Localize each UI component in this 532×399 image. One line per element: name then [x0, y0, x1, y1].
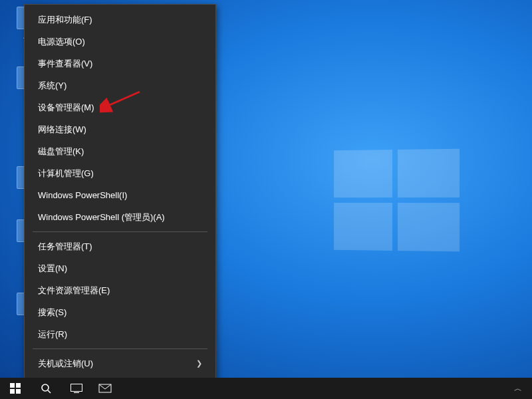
start-button[interactable]: [0, 378, 31, 399]
menu-event-viewer[interactable]: 事件查看器(V): [25, 53, 215, 74]
taskbar: ︿: [0, 378, 532, 399]
menu-file-explorer[interactable]: 文件资源管理器(E): [25, 279, 215, 301]
task-view-icon: [70, 384, 82, 393]
menu-item-label: 任务管理器(T): [38, 235, 92, 257]
desktop[interactable]: Adn 控 应用和功能(F) 电源选项(O) 事件查看器(V) 系统(Y) 设备…: [0, 0, 532, 399]
menu-item-label: 计算机管理(G): [38, 162, 94, 184]
menu-item-label: Windows PowerShell (管理员)(A): [38, 206, 165, 228]
task-view-button[interactable]: [61, 378, 92, 399]
menu-computer-management[interactable]: 计算机管理(G): [25, 162, 215, 184]
menu-powershell-admin[interactable]: Windows PowerShell (管理员)(A): [25, 206, 215, 228]
menu-item-label: 搜索(S): [38, 301, 66, 323]
windows-logo-wallpaper: [334, 149, 460, 254]
menu-disk-management[interactable]: 磁盘管理(K): [25, 140, 215, 162]
menu-search[interactable]: 搜索(S): [25, 301, 215, 323]
search-icon: [41, 383, 51, 394]
menu-system[interactable]: 系统(Y): [25, 74, 215, 96]
menu-task-manager[interactable]: 任务管理器(T): [25, 235, 215, 257]
menu-item-label: Windows PowerShell(I): [38, 184, 127, 206]
winx-context-menu: 应用和功能(F) 电源选项(O) 事件查看器(V) 系统(Y) 设备管理器(M)…: [24, 4, 216, 399]
menu-item-label: 文件资源管理器(E): [38, 279, 110, 301]
menu-power-options[interactable]: 电源选项(O): [25, 31, 215, 53]
menu-separator: [33, 231, 207, 232]
menu-item-label: 运行(R): [38, 323, 67, 345]
menu-item-label: 系统(Y): [38, 74, 66, 96]
menu-device-manager[interactable]: 设备管理器(M): [25, 96, 215, 118]
menu-item-label: 电源选项(O): [38, 31, 85, 53]
menu-item-label: 应用和功能(F): [38, 9, 92, 31]
menu-powershell[interactable]: Windows PowerShell(I): [25, 184, 215, 206]
mail-icon: [98, 383, 112, 394]
system-tray: ︿: [508, 383, 532, 394]
menu-settings[interactable]: 设置(N): [25, 257, 215, 279]
menu-network-connections[interactable]: 网络连接(W): [25, 118, 215, 140]
menu-apps-features[interactable]: 应用和功能(F): [25, 9, 215, 31]
chevron-right-icon: ❯: [196, 352, 202, 374]
tray-overflow-button[interactable]: ︿: [508, 383, 528, 394]
svg-point-2: [42, 384, 49, 391]
menu-separator: [33, 348, 207, 349]
taskbar-search-button[interactable]: [31, 378, 61, 399]
menu-item-label: 事件查看器(V): [38, 53, 92, 74]
windows-start-icon: [10, 383, 21, 394]
chevron-up-icon: ︿: [514, 384, 522, 393]
menu-shutdown-signout[interactable]: 关机或注销(U) ❯: [25, 352, 215, 374]
menu-item-label: 磁盘管理(K): [38, 140, 84, 162]
taskbar-blank-area[interactable]: [92, 378, 305, 399]
menu-item-label: 设置(N): [38, 257, 67, 279]
svg-line-3: [48, 390, 51, 393]
svg-rect-4: [71, 384, 82, 392]
menu-item-label: 网络连接(W): [38, 118, 86, 140]
menu-item-label: 设备管理器(M): [38, 96, 94, 118]
menu-item-label: 关机或注销(U): [38, 352, 93, 374]
menu-run[interactable]: 运行(R): [25, 323, 215, 345]
